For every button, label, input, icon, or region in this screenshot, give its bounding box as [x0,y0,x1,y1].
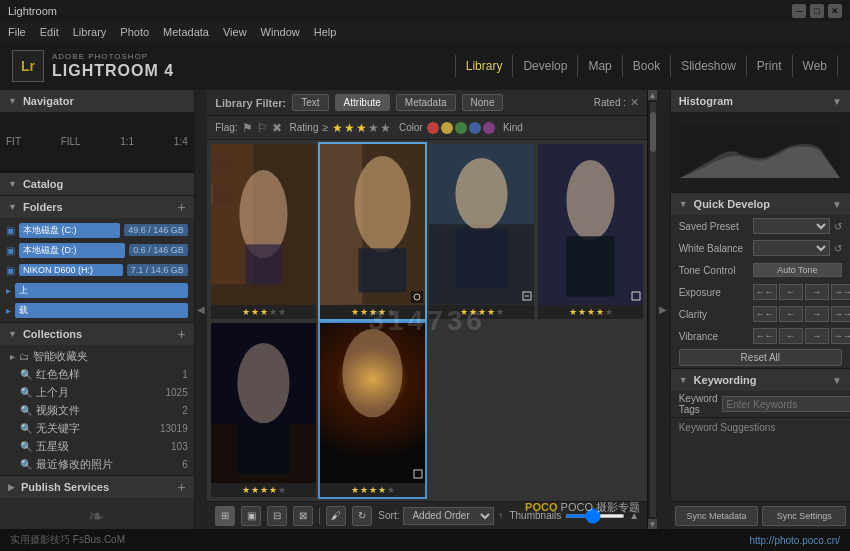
vibrance-btn-1[interactable]: ← [779,328,803,344]
color-yellow[interactable] [441,122,453,134]
publish-add-button[interactable]: + [178,479,186,495]
sort-asc-icon[interactable]: ↑ [498,510,503,521]
sync-settings-button[interactable]: Sync Settings [762,506,846,526]
nav-1to1[interactable]: 1:1 [120,136,134,147]
saved-preset-arrow[interactable]: ↺ [834,221,842,232]
filter-none-btn[interactable]: None [462,94,504,111]
clarity-btn-0[interactable]: ←← [753,306,777,322]
flag-reject-icon[interactable]: ✖ [272,121,282,135]
menu-edit[interactable]: Edit [40,26,59,38]
folders-add-button[interactable]: + [178,199,186,215]
nav-fit[interactable]: FIT [6,136,21,147]
folder-item-1[interactable]: ▣ 本地磁盘 (D:) 0.6 / 146 GB [0,240,194,260]
star-2[interactable]: ★ [344,121,355,135]
catalog-header[interactable]: ▼ Catalog [0,173,194,195]
menu-window[interactable]: Window [261,26,300,38]
collection-item-0[interactable]: 🔍 红色色样 1 [0,365,194,383]
folder-item-2[interactable]: ▣ NIKON D600 (H:) 7.1 / 14.6 GB [0,260,194,280]
scroll-up-button[interactable]: ▲ [648,90,658,100]
quick-develop-header[interactable]: ▼ Quick Develop ▼ [671,193,850,215]
maximize-button[interactable]: □ [810,4,824,18]
star-4[interactable]: ★ [368,121,379,135]
photo-cell-5[interactable]: ★ ★ ★ ★ ★ [320,323,425,498]
scroll-thumb[interactable] [650,112,656,152]
nav-right-arrow[interactable]: ▶ [657,90,670,529]
menu-view[interactable]: View [223,26,247,38]
filter-metadata-btn[interactable]: Metadata [396,94,456,111]
publish-header[interactable]: ▶ Publish Services + [0,476,194,498]
star-3[interactable]: ★ [356,121,367,135]
nav-fill[interactable]: FILL [61,136,81,147]
filter-attribute-btn[interactable]: Attribute [335,94,390,111]
color-purple[interactable] [483,122,495,134]
white-balance-arrow[interactable]: ↺ [834,243,842,254]
clarity-btn-3[interactable]: →→ [831,306,850,322]
keyword-tags-input[interactable] [722,396,850,412]
qd-dropdown-icon[interactable]: ▼ [832,199,842,210]
sync-metadata-button[interactable]: Sync Metadata [675,506,759,526]
photo-cell-0[interactable]: ★ ★ ★ ★ ★ [211,144,316,319]
collection-item-3[interactable]: 🔍 无关键字 13019 [0,419,194,437]
menu-photo[interactable]: Photo [120,26,149,38]
view-grid-button[interactable]: ⊞ [215,506,235,526]
clarity-btn-1[interactable]: ← [779,306,803,322]
filter-text-btn[interactable]: Text [292,94,328,111]
collections-header[interactable]: ▼ Collections + [0,323,194,345]
filter-close-icon[interactable]: ✕ [630,96,639,109]
menu-help[interactable]: Help [314,26,337,38]
exposure-btn-2[interactable]: → [805,284,829,300]
thumbnail-size-slider[interactable] [565,514,625,518]
navigator-header[interactable]: ▼ Navigator [0,90,194,112]
keywording-header[interactable]: ▼ Keywording ▼ [671,369,850,391]
photo-cell-2[interactable]: ★ ★ ★ ★ ★ [429,144,534,319]
module-book[interactable]: Book [623,55,671,77]
module-web[interactable]: Web [793,55,838,77]
vibrance-btn-2[interactable]: → [805,328,829,344]
star-1[interactable]: ★ [332,121,343,135]
module-map[interactable]: Map [578,55,622,77]
clarity-btn-2[interactable]: → [805,306,829,322]
keywording-dropdown-icon[interactable]: ▼ [832,375,842,386]
reset-all-button[interactable]: Reset All [679,349,842,366]
scroll-track[interactable] [650,102,656,517]
module-slideshow[interactable]: Slideshow [671,55,747,77]
collections-add-button[interactable]: + [178,326,186,342]
photo-cell-1[interactable]: ★ ★ ★ ★ ★ [320,144,425,319]
white-balance-select[interactable] [753,240,830,256]
nav-left-arrow[interactable]: ◀ [195,90,208,529]
color-green[interactable] [455,122,467,134]
folder-item-0[interactable]: ▣ 本地磁盘 (C:) 49.6 / 146 GB [0,220,194,240]
toolbar-arrow-up[interactable]: ▲ [629,510,639,521]
star-5[interactable]: ★ [380,121,391,135]
vibrance-btn-0[interactable]: ←← [753,328,777,344]
auto-tone-button[interactable]: Auto Tone [753,263,842,277]
photo-cell-4[interactable]: ★ ★ ★ ★ ★ [211,323,316,498]
sort-select[interactable]: Added Order Capture Time Edit Time [403,507,494,525]
menu-metadata[interactable]: Metadata [163,26,209,38]
exposure-btn-0[interactable]: ←← [753,284,777,300]
collection-item-1[interactable]: 🔍 上个月 1025 [0,383,194,401]
exposure-btn-1[interactable]: ← [779,284,803,300]
folder-item-4[interactable]: ▸ 载 [0,300,194,320]
flag-all-icon[interactable]: ⚑ [242,121,253,135]
collection-item-2[interactable]: 🔍 视频文件 2 [0,401,194,419]
spray-paint-button[interactable]: 🖌 [326,506,346,526]
view-survey-button[interactable]: ⊠ [293,506,313,526]
scroll-down-button[interactable]: ▼ [648,519,658,529]
close-button[interactable]: ✕ [828,4,842,18]
module-print[interactable]: Print [747,55,793,77]
collection-item-4[interactable]: 🔍 五星级 103 [0,437,194,455]
minimize-button[interactable]: ─ [792,4,806,18]
histogram-header[interactable]: Histogram ▼ [671,90,850,112]
menu-file[interactable]: File [8,26,26,38]
module-develop[interactable]: Develop [513,55,578,77]
folders-header[interactable]: ▼ Folders + [0,196,194,218]
flag-pick-icon[interactable]: ⚐ [257,121,268,135]
saved-preset-select[interactable] [753,218,830,234]
center-scrollbar[interactable]: ▲ ▼ [647,90,657,529]
collection-item-5[interactable]: 🔍 最近修改的照片 6 [0,455,194,473]
module-library[interactable]: Library [455,55,514,77]
folder-item-3[interactable]: ▸ 上 [0,280,194,300]
color-red[interactable] [427,122,439,134]
rotate-button[interactable]: ↻ [352,506,372,526]
